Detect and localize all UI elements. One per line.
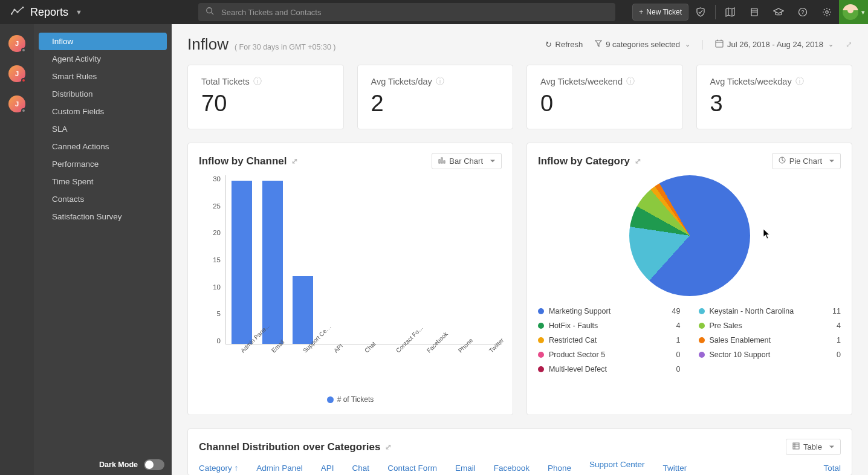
legend-value: 11	[829, 307, 841, 315]
help-icon[interactable]: ⓘ	[253, 76, 262, 87]
calendar-icon	[715, 39, 724, 50]
table-header-phone[interactable]: Phone	[548, 464, 571, 473]
bar-x-label: Admin Pane…	[239, 349, 258, 368]
presence-avatar[interactable]: J	[8, 35, 25, 52]
sidebar-item-sla[interactable]: SLA	[39, 120, 167, 138]
reports-logo-icon	[11, 7, 24, 18]
expand-icon[interactable]: ⤢	[635, 157, 641, 166]
svg-rect-20	[716, 40, 723, 47]
svg-line-17	[829, 15, 831, 16]
dark-mode-toggle[interactable]	[144, 459, 164, 470]
help-icon[interactable]: ?	[791, 0, 815, 24]
legend-label: Pre Sales	[710, 322, 742, 330]
sidebar-item-custom-fields[interactable]: Custom Fields	[39, 103, 167, 120]
help-icon[interactable]: ⓘ	[795, 76, 804, 87]
panel-inflow-by-channel: Inflow by Channel ⤢ Bar Chart 3025201510…	[187, 143, 513, 415]
y-tick: 5	[217, 310, 221, 317]
legend-dot-icon	[538, 323, 544, 329]
bar-x-label: API	[332, 349, 351, 368]
user-avatar-menu[interactable]: ▾	[839, 0, 868, 24]
graduation-cap-icon[interactable]	[766, 0, 791, 24]
gear-icon[interactable]	[815, 0, 839, 24]
table-header-chat[interactable]: Chat	[352, 464, 370, 473]
table-header-category[interactable]: Category	[199, 464, 238, 473]
sidebar-item-time-spent[interactable]: Time Spent	[39, 173, 167, 190]
filter-label: 9 categories selected	[606, 40, 680, 49]
checkmark-shield-icon[interactable]	[688, 0, 713, 24]
table-header-email[interactable]: Email	[455, 464, 476, 473]
y-tick: 20	[213, 229, 221, 236]
expand-icon[interactable]: ⤢	[291, 157, 298, 166]
sidebar-item-agent-activity[interactable]: Agent Activity	[39, 50, 167, 68]
sidebar-item-canned-actions[interactable]: Canned Actions	[39, 138, 167, 155]
bar[interactable]	[262, 181, 283, 344]
bar-column	[353, 175, 375, 344]
category-filter[interactable]: 9 categories selected ⌄	[595, 40, 690, 49]
sidebar-item-inflow[interactable]: Inflow	[39, 33, 167, 50]
sidebar-item-contacts[interactable]: Contacts	[39, 190, 167, 208]
svg-line-16	[824, 9, 825, 10]
global-search[interactable]	[198, 3, 615, 21]
svg-point-4	[207, 8, 212, 13]
map-icon[interactable]	[718, 0, 742, 24]
table-header-total[interactable]: Total	[823, 464, 841, 473]
chart-type-select[interactable]: Table	[786, 439, 841, 455]
refresh-button[interactable]: ↻ Refresh	[545, 40, 583, 49]
bar-x-label: Chat	[363, 349, 382, 368]
table-header-api[interactable]: API	[321, 464, 334, 473]
book-icon[interactable]	[742, 0, 766, 24]
expand-icon[interactable]: ⤢	[385, 442, 392, 451]
status-dot-icon	[21, 78, 26, 83]
expand-icon[interactable]: ⤢	[846, 40, 852, 49]
legend-value: 0	[669, 365, 681, 373]
legend-dot-icon	[538, 308, 544, 314]
presence-avatar[interactable]: J	[8, 95, 25, 112]
sidebar-item-distribution[interactable]: Distribution	[39, 85, 167, 103]
legend-row: Multi-level Defect0	[538, 365, 681, 373]
main-content: Inflow ( For 30 days in GMT +05:30 ) ↻ R…	[172, 24, 868, 475]
chart-type-select[interactable]: Pie Chart	[772, 153, 841, 169]
avatar-icon	[843, 4, 858, 20]
table-header-support-center[interactable]: Support Center	[589, 460, 645, 469]
presence-avatar[interactable]: J	[8, 65, 25, 82]
help-icon[interactable]: ⓘ	[626, 76, 635, 87]
date-range-picker[interactable]: Jul 26, 2018 - Aug 24, 2018 ⌄	[715, 39, 834, 50]
svg-rect-28	[793, 443, 799, 449]
sidebar-item-satisfaction-survey[interactable]: Satisfaction Survey	[39, 208, 167, 225]
chevron-down-icon: ⌄	[685, 40, 690, 48]
module-title[interactable]: Reports	[30, 6, 68, 19]
y-tick: 15	[213, 256, 221, 263]
new-ticket-label: New Ticket	[646, 8, 682, 16]
legend-value: 0	[669, 351, 681, 359]
bar-column	[414, 175, 436, 344]
legend-value: 4	[669, 322, 681, 330]
search-input[interactable]	[221, 8, 608, 17]
bar[interactable]	[232, 181, 252, 344]
legend-row: Restricted Cat1	[538, 336, 681, 344]
legend-row: Keystain - North Carolina11	[699, 307, 841, 315]
sidebar-item-performance[interactable]: Performance	[39, 155, 167, 173]
table-header-contact-form[interactable]: Contact Form	[387, 464, 437, 473]
chart-type-select[interactable]: Bar Chart	[432, 153, 502, 169]
legend-label: # of Tickets	[337, 395, 374, 404]
legend-row: Sales Enablement1	[699, 336, 841, 344]
new-ticket-button[interactable]: + New Ticket	[632, 4, 688, 21]
bar-x-label: Support Ce…	[302, 349, 320, 368]
chart-type-label: Pie Chart	[789, 157, 822, 166]
legend-value: 1	[829, 336, 841, 344]
svg-rect-25	[441, 158, 442, 163]
bar-x-label: Phone	[457, 349, 476, 368]
help-icon[interactable]: ⓘ	[436, 76, 444, 87]
chevron-down-icon[interactable]: ▼	[76, 8, 82, 16]
table-header-admin-panel[interactable]: Admin Panel	[256, 464, 303, 473]
legend-label: HotFix - Faults	[549, 322, 598, 330]
bar-x-label: Contact Fo…	[395, 349, 413, 368]
table-header-twitter[interactable]: Twitter	[663, 464, 687, 473]
svg-text:?: ?	[801, 9, 804, 15]
sidebar-item-smart-rules[interactable]: Smart Rules	[39, 68, 167, 85]
bar-chart-icon	[438, 157, 445, 166]
bar[interactable]	[293, 276, 313, 344]
y-tick: 0	[217, 337, 221, 344]
table-header-facebook[interactable]: Facebook	[494, 464, 530, 473]
svg-point-1	[13, 8, 15, 10]
